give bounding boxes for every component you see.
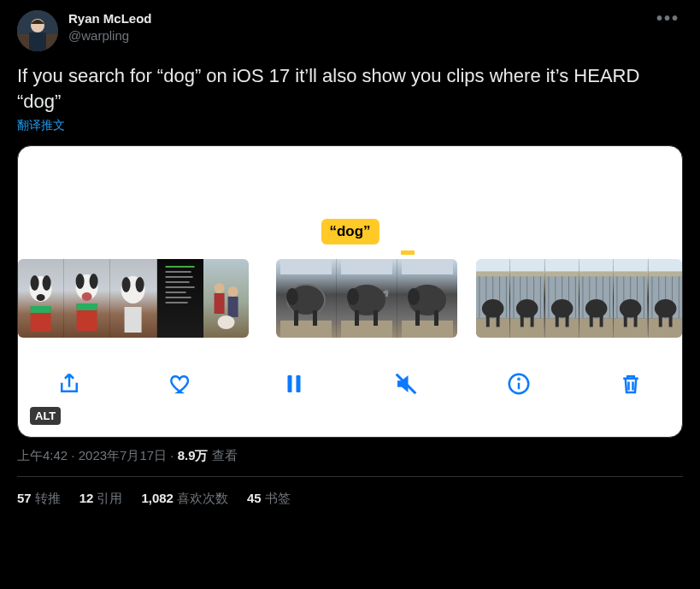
svg-point-17 xyxy=(122,277,131,292)
display-name: Ryan McLeod xyxy=(68,10,653,27)
svg-point-6 xyxy=(43,275,51,291)
svg-rect-23 xyxy=(165,281,189,283)
clip-frame xyxy=(510,259,544,338)
svg-point-73 xyxy=(516,299,538,318)
svg-rect-22 xyxy=(165,276,192,278)
svg-rect-112 xyxy=(649,260,682,272)
svg-rect-123 xyxy=(668,315,672,327)
svg-point-5 xyxy=(31,275,39,291)
tweet-date: 2023年7月17日 xyxy=(79,448,167,462)
tweet-text: If you search for “dog” on iOS 17 it’ll … xyxy=(17,63,683,115)
clip-frame xyxy=(157,259,203,338)
svg-rect-87 xyxy=(565,315,568,327)
info-button[interactable] xyxy=(503,368,534,399)
svg-rect-86 xyxy=(555,315,558,327)
mute-button[interactable] xyxy=(391,368,421,399)
more-options-button[interactable]: ••• xyxy=(653,10,683,26)
likes-stat[interactable]: 1,082喜欢次数 xyxy=(141,491,228,507)
svg-rect-33 xyxy=(280,259,332,274)
pause-icon xyxy=(281,371,307,397)
svg-point-43 xyxy=(347,288,359,305)
svg-rect-40 xyxy=(341,259,392,274)
svg-rect-63 xyxy=(497,315,500,327)
svg-rect-113 xyxy=(649,272,682,277)
share-icon xyxy=(56,371,82,397)
author-block[interactable]: Ryan McLeod @warpling xyxy=(68,10,653,44)
media-card[interactable]: “dog” xyxy=(17,145,683,438)
svg-rect-72 xyxy=(510,319,544,338)
pause-button[interactable] xyxy=(279,368,309,399)
svg-point-85 xyxy=(551,299,574,318)
svg-rect-25 xyxy=(165,292,185,293)
svg-rect-74 xyxy=(521,315,524,327)
views-count: 8.9万 xyxy=(178,448,209,462)
alt-badge[interactable]: ALT xyxy=(30,407,61,425)
translate-link[interactable]: 翻译推文 xyxy=(17,118,683,133)
trash-icon xyxy=(618,371,644,397)
clip-frame xyxy=(203,259,249,338)
clip-frame xyxy=(579,259,614,338)
svg-rect-52 xyxy=(476,260,509,272)
svg-rect-44 xyxy=(355,310,359,326)
clip-frame xyxy=(649,259,682,338)
svg-rect-41 xyxy=(341,321,392,338)
video-filmstrip[interactable] xyxy=(18,259,682,338)
svg-rect-62 xyxy=(486,315,490,327)
clip-group-2[interactable] xyxy=(276,259,457,338)
svg-rect-24 xyxy=(165,286,194,288)
svg-point-97 xyxy=(585,299,608,318)
stats-row: 57转推 12引用 1,082喜欢次数 45书签 xyxy=(17,477,683,512)
tweet-header: Ryan McLeod @warpling ••• xyxy=(17,10,683,51)
search-term-tick xyxy=(401,250,415,255)
svg-rect-26 xyxy=(165,297,191,298)
bookmarks-stat[interactable]: 45书签 xyxy=(247,491,291,507)
clip-frame xyxy=(18,259,64,338)
svg-rect-88 xyxy=(579,260,613,272)
svg-rect-27 xyxy=(165,302,187,303)
svg-rect-38 xyxy=(294,310,298,326)
svg-rect-108 xyxy=(614,319,647,338)
svg-point-12 xyxy=(90,274,98,289)
delete-button[interactable] xyxy=(615,368,646,399)
svg-rect-110 xyxy=(624,315,627,327)
svg-point-37 xyxy=(286,288,298,305)
avatar[interactable] xyxy=(17,10,58,51)
svg-rect-122 xyxy=(658,315,662,327)
svg-rect-15 xyxy=(77,303,97,310)
svg-point-28 xyxy=(214,283,224,293)
share-button[interactable] xyxy=(54,368,85,399)
svg-rect-124 xyxy=(287,375,291,392)
svg-rect-46 xyxy=(402,259,453,274)
clip-group-3[interactable] xyxy=(476,259,682,338)
svg-rect-9 xyxy=(31,306,51,313)
clip-frame xyxy=(276,259,337,338)
quotes-stat[interactable]: 12引用 xyxy=(79,491,123,507)
svg-rect-111 xyxy=(634,315,638,327)
svg-rect-60 xyxy=(476,319,509,338)
search-term-badge: “dog” xyxy=(321,219,379,244)
clip-frame xyxy=(64,259,110,338)
svg-rect-77 xyxy=(545,272,579,277)
tweet-meta[interactable]: 上午4:42 · 2023年7月17日 · 8.9万 查看 xyxy=(17,448,683,464)
svg-rect-45 xyxy=(374,310,378,326)
info-icon xyxy=(506,371,532,397)
svg-point-30 xyxy=(227,286,238,297)
svg-point-13 xyxy=(82,292,92,301)
svg-point-32 xyxy=(217,315,234,329)
svg-rect-3 xyxy=(29,32,46,51)
svg-rect-53 xyxy=(476,272,509,277)
svg-point-18 xyxy=(136,277,144,292)
svg-point-7 xyxy=(37,294,45,301)
avatar-image xyxy=(17,10,58,51)
like-button[interactable] xyxy=(166,368,197,399)
media-toolbar xyxy=(18,356,682,411)
svg-rect-100 xyxy=(614,260,647,272)
clip-group-1[interactable] xyxy=(18,259,249,338)
clip-frame xyxy=(614,259,648,338)
clip-frame xyxy=(110,259,156,338)
svg-rect-29 xyxy=(214,293,224,314)
retweets-stat[interactable]: 57转推 xyxy=(17,491,61,507)
svg-rect-125 xyxy=(296,375,300,392)
svg-rect-96 xyxy=(579,319,613,338)
svg-rect-101 xyxy=(614,272,647,277)
